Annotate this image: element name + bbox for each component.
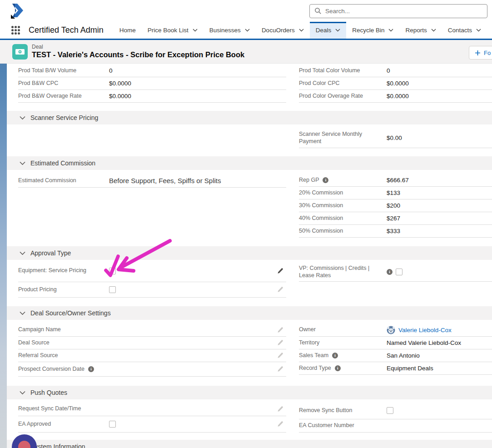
chevron-down-icon[interactable]: [20, 311, 25, 315]
section-deal-source-owner-settings[interactable]: Deal Source/Owner Settings: [7, 306, 492, 320]
salesforce-deal-page: Certified Tech Admin Home Price Book Lis…: [0, 0, 492, 448]
search-input[interactable]: [309, 4, 487, 18]
field-label: Estimated Commission: [18, 177, 109, 184]
tab-home[interactable]: Home: [114, 22, 142, 39]
tab-recycle-bin[interactable]: Recycle Bin: [346, 22, 399, 39]
app-name: Certified Tech Admin: [29, 25, 104, 35]
section-approval-type[interactable]: Approval Type: [7, 246, 492, 260]
tab-contacts[interactable]: Contacts: [442, 22, 487, 39]
chevron-down-icon[interactable]: [20, 391, 25, 395]
field-value: $0.0000: [109, 93, 131, 100]
field-value: Before Support, Fees, Spiffs or Splits: [109, 177, 221, 184]
edit-icon[interactable]: [277, 268, 283, 274]
field-label: Prod Total Color Volume: [299, 67, 387, 75]
chevron-down-icon[interactable]: [20, 161, 25, 165]
field-row: Prod Color Overage Rate $0.0000: [299, 90, 492, 103]
field-value: San Antonio: [387, 352, 420, 359]
product-pricing-checkbox[interactable]: [109, 286, 116, 293]
field-row: Scanner Service Monthly Payment $0.00: [299, 128, 492, 148]
page-background-strip: [0, 64, 7, 448]
edit-icon[interactable]: [277, 286, 283, 293]
edit-icon[interactable]: [277, 339, 283, 346]
field-label: Prod Total B/W Volume: [18, 67, 109, 75]
tab-label: Businesses: [209, 27, 241, 34]
field-row: Product Pricing: [18, 282, 286, 298]
banknote-icon: [15, 46, 25, 57]
field-row: Request Sync Date/Time: [18, 402, 286, 416]
field-row: 40% Commission $267: [299, 212, 492, 225]
edit-icon[interactable]: [277, 421, 283, 428]
section-scanner-service-pricing[interactable]: Scanner Service Pricing: [7, 111, 492, 124]
app-navigation-bar: Certified Tech Admin Home Price Book Lis…: [0, 22, 492, 40]
field-row: Prospect Conversion Date: [18, 362, 286, 377]
field-row: Campaign Name: [18, 324, 286, 337]
chevron-down-icon: [245, 29, 250, 32]
edit-icon[interactable]: [277, 366, 283, 373]
section-title: Estimated Commission: [30, 159, 95, 167]
owner-link[interactable]: Valerie Liebold-Cox: [387, 326, 452, 334]
edit-icon[interactable]: [277, 406, 283, 413]
tab-docuorders[interactable]: DocuOrders: [256, 22, 310, 39]
app-launcher-icon[interactable]: [11, 26, 20, 35]
field-row: Prod B&W CPC $0.0000: [18, 77, 286, 90]
equipment-service-pricing-checkbox[interactable]: [109, 268, 116, 274]
tab-label: Home: [119, 27, 136, 34]
tab-deals[interactable]: Deals: [310, 22, 347, 39]
chevron-down-icon[interactable]: [20, 116, 25, 120]
info-icon[interactable]: [387, 269, 393, 275]
record-detail-panel: Prod Total B/W Volume 0 Prod B&W CPC $0.…: [7, 64, 492, 448]
ea-approved-checkbox[interactable]: [109, 421, 116, 428]
field-row: 30% Commission $200: [299, 199, 492, 212]
info-icon[interactable]: [88, 366, 94, 372]
field-row: Prod Color CPC $0.0000: [299, 77, 492, 90]
field-value: $267: [387, 215, 400, 222]
tab-label: Price Book List: [148, 27, 189, 34]
chevron-down-icon: [193, 29, 198, 32]
field-row: EA Customer Number: [299, 419, 492, 433]
info-icon[interactable]: [332, 353, 338, 358]
approval-fields-grid: Equipment: Service Pricing Product Prici…: [7, 260, 492, 298]
vp-commissions-checkbox[interactable]: [396, 269, 403, 275]
field-label: Remove Sync Button: [299, 407, 387, 414]
tab-label: Deals: [316, 27, 332, 34]
field-row: Remove Sync Button: [299, 402, 492, 419]
edit-icon[interactable]: [277, 352, 283, 359]
field-value: $333: [387, 228, 400, 234]
field-label: Territory: [299, 339, 387, 347]
field-value: $200: [387, 202, 400, 209]
global-search: [309, 4, 487, 18]
field-row: Prod B&W Overage Rate $0.0000: [18, 90, 286, 103]
chevron-down-icon: [335, 29, 340, 32]
remove-sync-button-checkbox[interactable]: [387, 407, 393, 414]
prod-fields-grid: Prod Total B/W Volume 0 Prod B&W CPC $0.…: [7, 65, 492, 103]
section-estimated-commission[interactable]: Estimated Commission: [7, 156, 492, 170]
field-value: Named Valerie Liebold-Cox: [387, 339, 461, 346]
tab-businesses[interactable]: Businesses: [204, 22, 256, 39]
chevron-down-icon[interactable]: [20, 251, 25, 255]
field-value: $666.67: [387, 177, 409, 184]
follow-button[interactable]: Fo: [469, 46, 492, 60]
info-icon[interactable]: [335, 365, 341, 371]
deal-source-fields-grid: Campaign Name Deal Source Referral Sourc…: [7, 324, 492, 377]
record-entity-label: Deal: [32, 44, 43, 50]
tab-clipped[interactable]: E: [487, 22, 492, 39]
field-row: Referral Source: [18, 349, 286, 362]
edit-icon[interactable]: [277, 327, 283, 334]
section-title: System Information: [30, 443, 85, 448]
field-label: Prod B&W CPC: [18, 80, 109, 87]
section-title: Deal Source/Owner Settings: [30, 309, 111, 317]
scanner-fields-grid: Scanner Service Monthly Payment $0.00: [7, 128, 492, 148]
section-system-information[interactable]: System Information: [7, 440, 492, 448]
field-row: Estimated Commission Before Support, Fee…: [18, 174, 286, 188]
info-icon[interactable]: [323, 177, 328, 183]
field-row: 20% Commission $133: [299, 187, 492, 199]
search-icon: [314, 7, 322, 15]
follow-button-label: Fo: [484, 50, 491, 56]
field-row: Deal Source: [18, 337, 286, 349]
tab-label: Contacts: [448, 27, 472, 34]
field-value: $133: [387, 189, 400, 196]
tab-price-book-list[interactable]: Price Book List: [142, 22, 204, 39]
chevron-down-icon: [476, 29, 481, 32]
section-push-quotes[interactable]: Push Quotes: [7, 386, 492, 399]
tab-reports[interactable]: Reports: [399, 22, 442, 39]
